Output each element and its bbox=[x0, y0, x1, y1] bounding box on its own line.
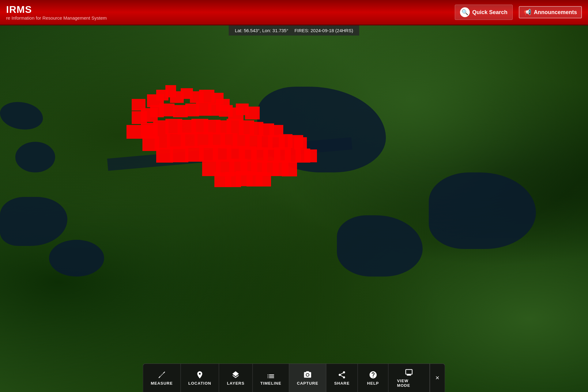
viewmode-label: VIEW MODE bbox=[397, 379, 420, 388]
measure-button[interactable]: MEASURE bbox=[143, 364, 181, 392]
capture-label: CAPTURE bbox=[297, 381, 318, 386]
help-button[interactable]: HELP bbox=[358, 364, 388, 392]
announcements-button[interactable]: 📢 Announcements bbox=[519, 6, 582, 18]
location-button[interactable]: LOCATION bbox=[181, 364, 219, 392]
layers-label: LAYERS bbox=[227, 381, 245, 386]
toolbar-close-button[interactable]: × bbox=[430, 364, 445, 392]
timeline-label: TIMELINE bbox=[260, 381, 281, 386]
logo-area: IRMS re Information for Resource Managem… bbox=[6, 4, 455, 21]
help-label: HELP bbox=[367, 381, 379, 386]
header-actions: 🔍 Quick Search 📢 Announcements bbox=[455, 5, 582, 20]
layers-icon bbox=[232, 371, 240, 379]
share-button[interactable]: SHARE bbox=[326, 364, 358, 392]
layers-button[interactable]: LAYERS bbox=[219, 364, 253, 392]
water-body-3 bbox=[15, 142, 55, 172]
app-title: IRMS bbox=[6, 4, 455, 15]
quick-search-label: Quick Search bbox=[472, 9, 507, 16]
lat-lon-display: Lat: 56.543°, Lon: 31.735° bbox=[235, 28, 288, 33]
toolbar: MEASURE LOCATION LAYERS TIMELINE CAPTURE… bbox=[143, 364, 445, 392]
location-pin-icon bbox=[195, 371, 204, 379]
coordinate-bar: Lat: 56.543°, Lon: 31.735° FIRES: 2024-0… bbox=[229, 25, 359, 36]
fires-info-display: FIRES: 2024-09-18 (24HRS) bbox=[294, 28, 353, 33]
search-icon-circle: 🔍 bbox=[460, 7, 470, 17]
app-subtitle: re Information for Resource Management S… bbox=[6, 15, 455, 21]
share-label: SHARE bbox=[334, 381, 350, 386]
timeline-icon bbox=[266, 371, 275, 379]
share-icon bbox=[337, 371, 346, 379]
announcements-label: Announcements bbox=[534, 9, 577, 16]
search-icon: 🔍 bbox=[462, 9, 468, 16]
map-container[interactable]: Lat: 56.543°, Lon: 31.735° FIRES: 2024-0… bbox=[0, 25, 588, 392]
viewmode-button[interactable]: VIEW MODE bbox=[388, 364, 429, 392]
measure-label: MEASURE bbox=[151, 381, 173, 386]
quick-search-button[interactable]: 🔍 Quick Search bbox=[455, 5, 513, 20]
capture-button[interactable]: CAPTURE bbox=[289, 364, 326, 392]
close-icon: × bbox=[435, 374, 439, 382]
monitor-icon bbox=[405, 368, 413, 377]
announcements-icon: 📢 bbox=[524, 9, 531, 16]
location-label: LOCATION bbox=[188, 381, 211, 386]
timeline-button[interactable]: TIMELINE bbox=[253, 364, 289, 392]
help-icon bbox=[369, 371, 377, 379]
water-body-6 bbox=[49, 240, 104, 277]
header: IRMS re Information for Resource Managem… bbox=[0, 0, 588, 25]
ruler-icon bbox=[157, 371, 166, 379]
camera-icon bbox=[303, 371, 312, 379]
